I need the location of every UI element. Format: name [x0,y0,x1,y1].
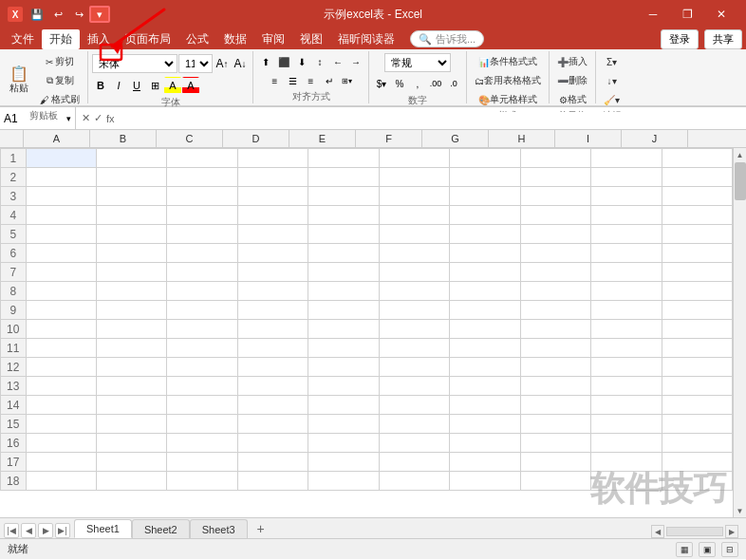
row-number[interactable]: 12 [1,358,27,377]
font-color-button[interactable]: A [182,77,199,94]
cell-H15[interactable] [520,415,590,434]
sheet-tab-2[interactable]: Sheet2 [132,519,190,538]
align-left-button[interactable]: ≡ [267,73,284,88]
scroll-thumb[interactable] [735,162,746,200]
cell-D4[interactable] [237,206,308,225]
cell-E16[interactable] [308,434,379,453]
format-cells-button[interactable]: ⚙ 格式 [555,91,590,108]
cell-A8[interactable] [26,282,96,301]
cell-H5[interactable] [520,225,590,244]
increase-decimal-button[interactable]: .00 [427,75,444,92]
cell-G5[interactable] [450,225,520,244]
font-name-select[interactable]: 宋体 [92,54,177,73]
row-number[interactable]: 10 [1,320,27,339]
cell-C7[interactable] [167,263,237,282]
cell-H3[interactable] [520,187,590,206]
number-format-select[interactable]: 常规 [384,53,451,72]
col-header-e[interactable]: E [289,130,356,147]
cell-E5[interactable] [308,225,379,244]
cell-D16[interactable] [237,434,308,453]
fill-color-button[interactable]: A [164,77,181,94]
cell-E14[interactable] [308,396,379,415]
sheet-first-button[interactable]: |◀ [4,523,19,538]
cell-E9[interactable] [308,301,379,320]
cell-B8[interactable] [97,282,167,301]
formula-input[interactable] [121,112,746,125]
fill-button[interactable]: ↓▾ [603,72,622,89]
cell-B9[interactable] [97,301,167,320]
cell-D9[interactable] [237,301,308,320]
cell-D10[interactable] [237,320,308,339]
cell-A5[interactable] [26,225,96,244]
increase-font-button[interactable]: A↑ [214,55,231,72]
table-format-button[interactable]: 🗂 套用表格格式 [471,72,545,89]
cell-I4[interactable] [591,206,662,225]
cell-A10[interactable] [26,320,96,339]
cell-A17[interactable] [26,453,96,472]
cell-J12[interactable] [662,358,732,377]
cell-D3[interactable] [237,187,308,206]
col-header-g[interactable]: G [422,130,489,147]
cell-J15[interactable] [662,415,732,434]
cell-D2[interactable] [237,168,308,187]
cell-B10[interactable] [97,320,167,339]
cell-I15[interactable] [591,415,662,434]
scroll-down-button[interactable]: ▼ [734,504,747,517]
cell-I16[interactable] [591,434,662,453]
cell-H14[interactable] [520,396,590,415]
cell-H16[interactable] [520,434,590,453]
cell-E17[interactable] [308,453,379,472]
cell-E11[interactable] [308,339,379,358]
cell-D7[interactable] [237,263,308,282]
col-header-j[interactable]: J [622,130,688,147]
cell-D17[interactable] [237,453,308,472]
align-center-button[interactable]: ☰ [285,73,302,88]
cell-G16[interactable] [450,434,520,453]
cell-I3[interactable] [591,187,662,206]
cell-E7[interactable] [308,263,379,282]
cancel-formula-button[interactable]: ✕ [82,112,90,124]
merge-center-button[interactable]: ⊞▾ [339,73,356,88]
insert-cells-button[interactable]: ➕ 插入 [553,53,591,70]
cell-C15[interactable] [167,415,237,434]
cell-I6[interactable] [591,244,662,263]
currency-button[interactable]: $▾ [373,75,390,92]
align-right-button[interactable]: ≡ [303,73,320,88]
col-header-h[interactable]: H [489,130,555,147]
cell-I7[interactable] [591,263,662,282]
share-button[interactable]: 共享 [704,29,742,49]
indent-inc-button[interactable]: → [347,54,364,69]
cell-H10[interactable] [520,320,590,339]
cell-G14[interactable] [450,396,520,415]
cell-F3[interactable] [379,187,449,206]
border-button[interactable]: ⊞ [146,77,163,94]
align-middle-button[interactable]: ⬛ [275,54,292,69]
delete-cells-button[interactable]: ➖ 删除 [553,72,591,89]
cell-A2[interactable] [26,168,96,187]
cell-E8[interactable] [308,282,379,301]
row-number[interactable]: 15 [1,415,27,434]
cell-J2[interactable] [662,168,732,187]
cell-J6[interactable] [662,244,732,263]
cell-A9[interactable] [26,301,96,320]
h-scroll-left[interactable]: ◀ [651,525,664,538]
cell-A12[interactable] [26,358,96,377]
cut-button[interactable]: ✂ 剪切 [36,53,84,70]
cell-J9[interactable] [662,301,732,320]
menu-view[interactable]: 视图 [292,29,330,49]
cell-A3[interactable] [26,187,96,206]
align-bottom-button[interactable]: ⬇ [293,54,310,69]
cell-J11[interactable] [662,339,732,358]
cell-A18[interactable] [26,472,96,491]
cell-J8[interactable] [662,282,732,301]
cell-F7[interactable] [379,263,449,282]
cell-G15[interactable] [450,415,520,434]
cell-G13[interactable] [450,377,520,396]
text-direction-button[interactable]: ↕ [311,54,328,69]
cell-E12[interactable] [308,358,379,377]
cell-F10[interactable] [379,320,449,339]
cell-C9[interactable] [167,301,237,320]
row-number[interactable]: 14 [1,396,27,415]
cell-I10[interactable] [591,320,662,339]
col-header-b[interactable]: B [90,130,157,147]
